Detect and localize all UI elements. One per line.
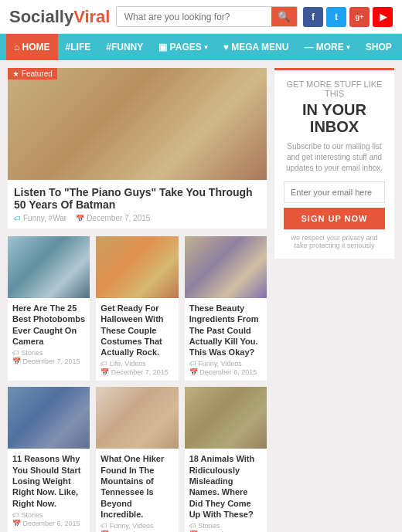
- card-tags: 🏷 Life, Videos: [100, 360, 173, 368]
- main-content: ★ Featured Listen To "The Piano Guys" Ta…: [0, 60, 402, 532]
- logo-part2: Viral: [73, 7, 110, 26]
- search-input[interactable]: [117, 8, 271, 26]
- facebook-button[interactable]: f: [303, 7, 323, 27]
- left-column: ★ Featured Listen To "The Piano Guys" Ta…: [8, 68, 267, 532]
- newsletter-signup-button[interactable]: SIGN UP NOW: [284, 208, 385, 229]
- card-meta: 🏷 Stories 📅 December 7, 2015: [12, 349, 85, 365]
- featured-image-wrap: ★ Featured: [8, 68, 267, 180]
- card-title: Get Ready For Halloween With These Coupl…: [100, 303, 173, 357]
- card-image: [96, 236, 178, 298]
- featured-tags-text: Funny, #War: [23, 214, 66, 222]
- logo: SociallyViral: [9, 7, 110, 27]
- card-title: What One Hiker Found In The Mountains of…: [100, 453, 173, 520]
- card-tags: 🏷 Funny, Videos: [189, 360, 262, 368]
- right-column: GET MORE STUFF LIKE THIS IN YOUR INBOX S…: [274, 68, 394, 532]
- article-card: 18 Animals With Ridiculously Misleading …: [185, 387, 267, 532]
- article-card: These Beauty Ingredients From The Past C…: [185, 236, 267, 381]
- card-meta: 🏷 Funny, Videos 📅 December 6, 2015: [189, 360, 262, 376]
- calendar-icon: 📅: [76, 215, 84, 222]
- google-plus-button[interactable]: g+: [349, 7, 370, 27]
- nav-mega-menu[interactable]: ♥ MEGA MENU: [216, 34, 297, 60]
- featured-title: Listen To "The Piano Guys" Take You Thro…: [14, 186, 261, 211]
- social-icons: f t g+ ▶: [303, 7, 393, 27]
- header: SociallyViral 🔍 f t g+ ▶: [0, 0, 402, 34]
- featured-image: [8, 68, 267, 180]
- card-tags: 🏷 Stories: [189, 522, 262, 530]
- featured-badge: ★ Featured: [8, 68, 57, 80]
- navigation: ⌂ HOME #LIFE #FUNNY ▣ PAGES ▾ ♥ MEGA MEN…: [0, 34, 402, 60]
- card-tags: 🏷 Stories: [12, 349, 85, 357]
- article-card: Here Are The 25 Best Photobombs Ever Cau…: [8, 236, 90, 381]
- card-title: These Beauty Ingredients From The Past C…: [189, 303, 262, 357]
- card-date: 📅 December 6, 2015: [189, 368, 262, 376]
- newsletter-email-input[interactable]: [284, 181, 385, 203]
- search-button[interactable]: 🔍: [271, 7, 297, 26]
- newsletter-widget: GET MORE STUFF LIKE THIS IN YOUR INBOX S…: [274, 68, 394, 259]
- card-body: 11 Reasons Why You Should Start Losing W…: [8, 449, 90, 531]
- nav-shop[interactable]: SHOP: [358, 34, 400, 60]
- nav-funny[interactable]: #FUNNY: [98, 34, 151, 60]
- search-bar: 🔍: [116, 6, 298, 27]
- card-image: [185, 387, 267, 449]
- card-date: 📅 December 7, 2015: [12, 357, 85, 365]
- nav-life[interactable]: #LIFE: [58, 34, 99, 60]
- card-tags: 🏷 Stories: [12, 511, 85, 519]
- card-body: Get Ready For Halloween With These Coupl…: [96, 298, 178, 381]
- card-body: 18 Animals With Ridiculously Misleading …: [185, 449, 267, 532]
- nav-more[interactable]: — MORE ▾: [296, 34, 357, 60]
- card-title: 18 Animals With Ridiculously Misleading …: [189, 453, 262, 520]
- nav-home[interactable]: ⌂ HOME: [6, 34, 58, 60]
- card-meta: 🏷 Stories 📅 December 6, 2015: [189, 522, 262, 532]
- logo-part1: Socially: [9, 7, 73, 26]
- card-title: 11 Reasons Why You Should Start Losing W…: [12, 453, 85, 508]
- featured-article: ★ Featured Listen To "The Piano Guys" Ta…: [8, 68, 267, 229]
- card-body: These Beauty Ingredients From The Past C…: [185, 298, 267, 381]
- card-body: What One Hiker Found In The Mountains of…: [96, 449, 178, 532]
- newsletter-title: IN YOUR INBOX: [284, 101, 385, 135]
- featured-meta: 🏷 Funny, #War 📅 December 7, 2015: [14, 214, 261, 222]
- card-date: 📅 December 7, 2015: [100, 368, 173, 376]
- articles-grid-1: Here Are The 25 Best Photobombs Ever Cau…: [8, 236, 267, 381]
- nav-pages[interactable]: ▣ PAGES ▾: [151, 34, 215, 60]
- articles-grid-2: 11 Reasons Why You Should Start Losing W…: [8, 387, 267, 532]
- card-title: Here Are The 25 Best Photobombs Ever Cau…: [12, 303, 85, 347]
- newsletter-description: Subscribe to our mailing list and get in…: [284, 141, 385, 174]
- article-card: 11 Reasons Why You Should Start Losing W…: [8, 387, 90, 532]
- card-image: [8, 236, 90, 298]
- article-card: Get Ready For Halloween With These Coupl…: [96, 236, 178, 381]
- featured-date: 📅 December 7, 2015: [76, 214, 150, 222]
- newsletter-pre-title: GET MORE STUFF LIKE THIS: [284, 80, 385, 98]
- featured-info: Listen To "The Piano Guys" Take You Thro…: [8, 180, 267, 229]
- card-meta: 🏷 Stories 📅 December 6, 2015: [12, 511, 85, 527]
- tag-icon: 🏷: [14, 215, 21, 222]
- card-date: 📅 December 6, 2015: [12, 520, 85, 527]
- card-body: Here Are The 25 Best Photobombs Ever Cau…: [8, 298, 90, 370]
- card-meta: 🏷 Life, Videos 📅 December 7, 2015: [100, 360, 173, 376]
- article-card: What One Hiker Found In The Mountains of…: [96, 387, 178, 532]
- card-image: [185, 236, 267, 298]
- featured-date-text: December 7, 2015: [87, 214, 150, 222]
- newsletter-privacy-text: we respect your privacy and take protect…: [284, 234, 385, 249]
- card-image: [8, 387, 90, 449]
- twitter-button[interactable]: t: [326, 7, 346, 27]
- youtube-button[interactable]: ▶: [373, 7, 393, 27]
- card-tags: 🏷 Funny, Videos: [100, 522, 173, 530]
- card-image: [96, 387, 178, 449]
- featured-tags: 🏷 Funny, #War: [14, 214, 66, 222]
- card-meta: 🏷 Funny, Videos 📅 December 6, 2015: [100, 522, 173, 532]
